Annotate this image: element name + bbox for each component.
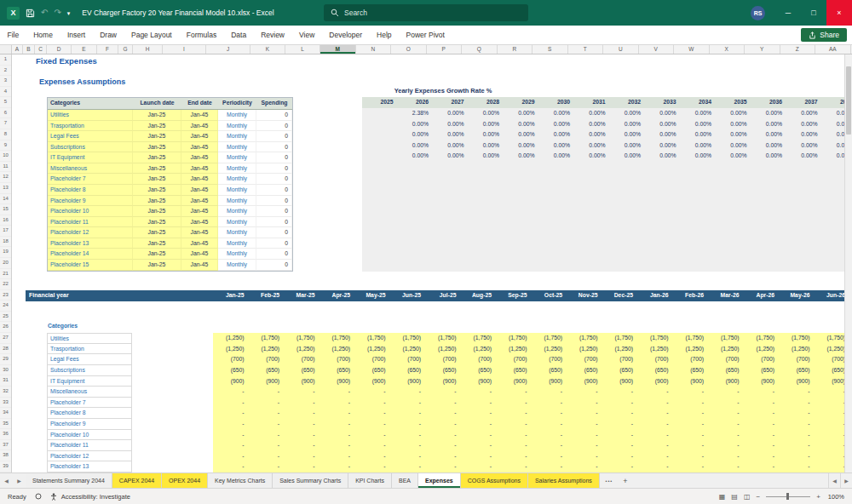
monthly-value-cell[interactable]: - bbox=[425, 451, 461, 462]
assumptions-launch-date-cell[interactable]: Jan-25 bbox=[133, 227, 181, 238]
sheet-nav-forward-icon[interactable]: ▶ bbox=[13, 473, 26, 488]
assumptions-spending-cell[interactable]: 0 bbox=[256, 238, 292, 249]
growth-value-cell[interactable]: 0.00% bbox=[751, 119, 787, 130]
month-header-cell[interactable]: Mar-26 bbox=[708, 290, 744, 301]
growth-value-cell[interactable]: 0.00% bbox=[751, 151, 787, 162]
assumptions-end-date-cell[interactable]: Jan-45 bbox=[181, 206, 218, 217]
monthly-value-cell[interactable]: - bbox=[284, 419, 320, 430]
monthly-value-cell[interactable]: - bbox=[249, 419, 285, 430]
growth-year-cell[interactable]: 2030 bbox=[539, 97, 575, 108]
column-header[interactable]: T bbox=[568, 45, 604, 54]
assumptions-end-date-cell[interactable]: Jan-45 bbox=[181, 121, 218, 132]
monthly-value-cell[interactable]: - bbox=[532, 461, 567, 472]
growth-year-cell[interactable]: 2034 bbox=[681, 97, 717, 108]
assumptions-spending-cell[interactable]: 0 bbox=[256, 174, 292, 185]
monthly-value-cell[interactable]: - bbox=[567, 419, 602, 430]
monthly-value-cell[interactable]: - bbox=[320, 430, 355, 441]
monthly-value-cell[interactable]: (650) bbox=[779, 365, 815, 376]
sheet-title[interactable]: Fixed Expenses bbox=[36, 56, 97, 66]
row-header[interactable]: 35 bbox=[0, 419, 11, 430]
monthly-value-cell[interactable]: (1,750) bbox=[637, 333, 673, 344]
column-header[interactable]: R bbox=[498, 45, 533, 54]
monthly-value-cell[interactable]: (900) bbox=[532, 376, 567, 387]
monthly-value-cell[interactable]: (700) bbox=[390, 354, 426, 365]
monthly-category-cell[interactable]: Placeholder 13 bbox=[47, 461, 132, 472]
monthly-value-cell[interactable]: - bbox=[673, 408, 709, 419]
growth-value-cell[interactable]: 0.00% bbox=[539, 129, 575, 140]
growth-value-cell[interactable]: 0.00% bbox=[433, 151, 469, 162]
assumptions-category-cell[interactable]: Placeholder 12 bbox=[48, 227, 133, 238]
monthly-value-cell[interactable]: (900) bbox=[673, 376, 709, 387]
monthly-value-cell[interactable]: - bbox=[354, 408, 390, 419]
monthly-value-cell[interactable]: (1,750) bbox=[744, 333, 780, 344]
redo-icon[interactable]: ↷ bbox=[54, 9, 60, 17]
row-header[interactable]: 39 bbox=[0, 461, 11, 472]
monthly-value-cell[interactable]: - bbox=[779, 451, 815, 462]
monthly-value-cell[interactable]: (700) bbox=[284, 354, 320, 365]
row-header[interactable]: 21 bbox=[0, 269, 11, 280]
monthly-category-cell[interactable]: IT Equipment bbox=[47, 376, 132, 387]
month-header-cell[interactable]: Mar-25 bbox=[284, 290, 320, 301]
monthly-category-cell[interactable]: Placeholder 9 bbox=[47, 419, 132, 430]
column-header[interactable]: V bbox=[639, 45, 675, 54]
monthly-value-cell[interactable]: (1,250) bbox=[284, 344, 320, 355]
zoom-slider-handle[interactable] bbox=[786, 493, 789, 500]
monthly-value-cell[interactable]: - bbox=[744, 387, 780, 398]
monthly-category-cell[interactable]: Trasportation bbox=[47, 344, 132, 355]
column-header[interactable]: J bbox=[206, 45, 250, 54]
vertical-scrollbar[interactable] bbox=[844, 54, 852, 472]
assumptions-spending-cell[interactable]: 0 bbox=[256, 249, 292, 260]
monthly-value-cell[interactable]: (700) bbox=[461, 354, 497, 365]
growth-value-cell[interactable]: 0.00% bbox=[681, 119, 717, 130]
assumptions-end-date-cell[interactable]: Jan-45 bbox=[181, 227, 218, 238]
monthly-value-cell[interactable]: - bbox=[213, 419, 249, 430]
assumptions-periodicity-cell[interactable]: Monthly bbox=[218, 249, 256, 260]
monthly-value-cell[interactable]: - bbox=[744, 451, 780, 462]
growth-value-cell[interactable]: 0.00% bbox=[681, 129, 717, 140]
assumptions-spending-cell[interactable]: 0 bbox=[256, 196, 292, 207]
growth-value-cell[interactable]: 0.00% bbox=[574, 108, 610, 119]
monthly-category-cell[interactable]: Miscellaneous bbox=[47, 387, 132, 398]
assumptions-spending-cell[interactable]: 0 bbox=[256, 131, 292, 142]
monthly-value-cell[interactable]: - bbox=[354, 461, 390, 472]
column-header[interactable]: X bbox=[710, 45, 746, 54]
monthly-value-cell[interactable]: - bbox=[390, 461, 426, 472]
monthly-value-cell[interactable]: - bbox=[532, 430, 567, 441]
monthly-value-cell[interactable]: - bbox=[213, 398, 249, 409]
column-header[interactable]: Z bbox=[780, 45, 816, 54]
assumptions-category-cell[interactable]: Trasportation bbox=[48, 121, 133, 132]
monthly-value-cell[interactable]: - bbox=[637, 398, 673, 409]
assumptions-spending-cell[interactable]: 0 bbox=[256, 163, 292, 175]
monthly-value-cell[interactable]: (900) bbox=[354, 376, 390, 387]
monthly-value-cell[interactable]: (1,750) bbox=[567, 333, 602, 344]
monthly-value-cell[interactable]: (900) bbox=[708, 376, 744, 387]
growth-value-cell[interactable]: 2.38% bbox=[398, 108, 434, 119]
monthly-value-cell[interactable]: (650) bbox=[213, 365, 249, 376]
minimize-button[interactable]: ─ bbox=[775, 0, 801, 26]
growth-year-cell[interactable]: 2037 bbox=[786, 97, 822, 108]
assumptions-spending-cell[interactable]: 0 bbox=[256, 206, 292, 217]
growth-value-cell[interactable]: 0.00% bbox=[681, 140, 717, 152]
monthly-value-cell[interactable]: - bbox=[249, 387, 285, 398]
growth-year-cell[interactable]: 2026 bbox=[398, 97, 434, 108]
growth-value-cell[interactable]: 0.00% bbox=[786, 129, 822, 140]
monthly-value-cell[interactable]: (900) bbox=[461, 376, 497, 387]
growth-value-cell[interactable]: 0.00% bbox=[469, 129, 504, 140]
assumptions-end-date-cell[interactable]: Jan-45 bbox=[181, 260, 218, 271]
monthly-value-cell[interactable]: - bbox=[779, 387, 815, 398]
assumptions-periodicity-cell[interactable]: Monthly bbox=[218, 185, 256, 196]
monthly-value-cell[interactable]: - bbox=[779, 398, 815, 409]
assumptions-periodicity-cell[interactable]: Monthly bbox=[218, 227, 256, 238]
monthly-value-cell[interactable]: (900) bbox=[779, 376, 815, 387]
monthly-value-cell[interactable]: - bbox=[708, 408, 744, 419]
monthly-value-cell[interactable]: (700) bbox=[708, 354, 744, 365]
monthly-value-cell[interactable]: - bbox=[284, 430, 320, 441]
monthly-value-cell[interactable]: (1,250) bbox=[744, 344, 780, 355]
row-header[interactable]: 1 bbox=[0, 54, 11, 66]
monthly-value-cell[interactable]: (650) bbox=[320, 365, 355, 376]
monthly-value-cell[interactable]: - bbox=[425, 398, 461, 409]
growth-value-cell[interactable]: 0.00% bbox=[786, 108, 822, 119]
sheet-tab[interactable]: Statements Summary 2044 bbox=[26, 473, 112, 488]
month-header-cell[interactable]: Apr-25 bbox=[320, 290, 355, 301]
monthly-value-cell[interactable]: (700) bbox=[567, 354, 602, 365]
